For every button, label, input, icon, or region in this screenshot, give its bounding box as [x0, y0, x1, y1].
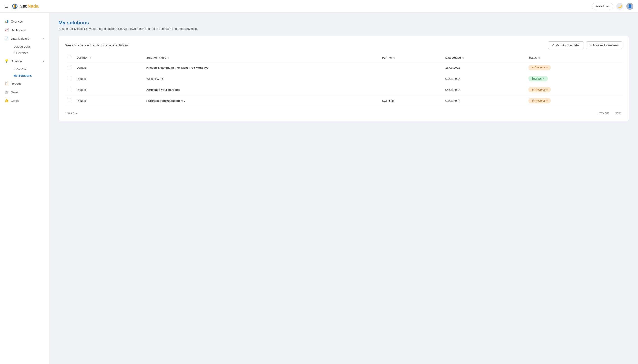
sidebar-item-label: Overview: [11, 20, 24, 23]
news-icon: 📰: [4, 90, 8, 94]
mark-completed-label: Mark As Completed: [556, 44, 580, 47]
topnav-right: Invite User 🌙 👤: [592, 3, 634, 10]
next-button[interactable]: Next: [613, 110, 622, 116]
sort-arrow-status: ⇅: [538, 56, 540, 59]
offset-icon: 🔔: [4, 99, 8, 103]
row-checkbox-1[interactable]: [68, 76, 71, 80]
th-date-added[interactable]: Date Added ⇅: [443, 54, 526, 62]
partner-col-label: Partner: [382, 56, 392, 59]
row-status-0: In-Progress ≡: [526, 62, 622, 73]
row-status-2: In-Progress ≡: [526, 84, 622, 95]
card-header-text: See and change the status of your soluti…: [65, 44, 130, 47]
row-checkbox-0[interactable]: [68, 66, 71, 69]
mark-as-completed-button[interactable]: ✓ Mark As Completed: [548, 42, 584, 49]
row-date-3: 03/08/2022: [443, 95, 526, 106]
sidebar-sub-item-all-invoices[interactable]: All Invoices: [11, 50, 49, 56]
sidebar-sub-item-upload-data[interactable]: Upload Data: [11, 43, 49, 50]
main-content: My solutions Sustainability is just a wo…: [50, 12, 638, 364]
sidebar-item-data-uploader[interactable]: 📄 Data Uploader ▲: [0, 34, 49, 43]
page-subtitle: Sustainability is just a word, it needs …: [58, 27, 629, 30]
row-checkbox-cell-2: [65, 84, 74, 95]
sidebar-sub-data-uploader: Upload Data All Invoices: [0, 43, 49, 57]
th-checkbox: [65, 54, 74, 62]
sidebar-item-reports[interactable]: 📋 Reports: [0, 79, 49, 88]
row-partner-0: [380, 62, 443, 73]
row-status-3: In-Progress ≡: [526, 95, 622, 106]
hamburger-icon[interactable]: ☰: [4, 4, 8, 9]
card-header-actions: ✓ Mark As Completed ≡ Mark As In-Progres…: [548, 42, 622, 49]
sidebar-sub-item-browse-all[interactable]: Browse All: [11, 66, 49, 72]
status-badge: Success ✓: [528, 76, 548, 81]
row-status-1: Success ✓: [526, 73, 622, 84]
row-location-1: Default: [74, 73, 144, 84]
topnav: ☰ NetNada Invite User 🌙 👤: [0, 0, 638, 12]
th-partner[interactable]: Partner ⇅: [380, 54, 443, 62]
row-date-2: 04/08/2022: [443, 84, 526, 95]
solutions-table: Location ⇅ Solution Name ⇅ Partner ⇅ D: [65, 54, 622, 106]
solution-name-col-label: Solution Name: [146, 56, 166, 59]
lines-icon: ≡: [590, 44, 592, 47]
row-location-2: Default: [74, 84, 144, 95]
logo[interactable]: NetNada: [11, 3, 38, 10]
th-solution-name[interactable]: Solution Name ⇅: [144, 54, 380, 62]
row-location-0: Default: [74, 62, 144, 73]
solutions-icon: 💡: [4, 59, 8, 63]
sidebar-item-solutions[interactable]: 💡 Solutions ▲: [0, 57, 49, 65]
sidebar-item-dashboard[interactable]: 📈 Dashboard: [0, 26, 49, 34]
sidebar-item-offset[interactable]: 🔔 Offset: [0, 96, 49, 105]
row-checkbox-cell-0: [65, 62, 74, 73]
select-all-checkbox[interactable]: [68, 56, 71, 59]
row-solution-name-1: Walk to work: [144, 73, 380, 84]
row-date-1: 03/08/2022: [443, 73, 526, 84]
sidebar-item-label: News: [11, 90, 18, 94]
pagination-info: 1 to 4 of 4: [65, 112, 78, 115]
sidebar-sub-solutions: Browse All My Solutions: [0, 65, 49, 79]
row-date-0: 15/08/2022: [443, 62, 526, 73]
check-icon: ✓: [552, 44, 554, 47]
layout: 📊 Overview 📈 Dashboard 📄 Data Uploader ▲…: [0, 12, 638, 364]
row-partner-1: [380, 73, 443, 84]
dark-mode-toggle[interactable]: 🌙: [616, 3, 623, 10]
sort-arrow-date: ⇅: [462, 56, 464, 59]
status-col-label: Status: [528, 56, 537, 59]
table-row: DefaultKick off a campaign like 'Meat Fr…: [65, 62, 622, 73]
avatar[interactable]: 👤: [626, 3, 634, 10]
status-badge: In-Progress ≡: [528, 98, 551, 104]
row-location-3: Default: [74, 95, 144, 106]
pagination-row: 1 to 4 of 4 Previous Next: [65, 110, 622, 116]
sidebar-item-news[interactable]: 📰 News: [0, 88, 49, 96]
row-checkbox-2[interactable]: [68, 88, 71, 91]
sidebar-item-overview[interactable]: 📊 Overview: [0, 17, 49, 26]
chevron-up-icon-solutions: ▲: [42, 60, 45, 62]
mark-as-inprogress-button[interactable]: ≡ Mark As In-Progress: [586, 42, 622, 49]
sidebar-item-label: Dashboard: [11, 28, 26, 32]
table-row: DefaultPurchase renewable energySwitchdi…: [65, 95, 622, 106]
date-added-col-label: Date Added: [446, 56, 461, 59]
overview-icon: 📊: [4, 19, 8, 24]
row-solution-name-3: Purchase renewable energy: [144, 95, 380, 106]
sort-arrow-location: ⇅: [90, 56, 92, 59]
pagination-buttons: Previous Next: [596, 110, 622, 116]
dashboard-icon: 📈: [4, 28, 8, 32]
sidebar: 📊 Overview 📈 Dashboard 📄 Data Uploader ▲…: [0, 12, 50, 364]
row-checkbox-cell-1: [65, 73, 74, 84]
invite-user-button[interactable]: Invite User: [592, 3, 613, 10]
logo-icon: [11, 3, 18, 10]
row-partner-3: Switchdin: [380, 95, 443, 106]
mark-inprogress-label: Mark As In-Progress: [593, 44, 619, 47]
reports-icon: 📋: [4, 82, 8, 86]
row-partner-2: [380, 84, 443, 95]
sidebar-item-label: Data Uploader: [11, 37, 30, 40]
status-badge: In-Progress ≡: [528, 87, 551, 92]
logo-text-nada: Nada: [28, 4, 38, 9]
logo-text-net: Net: [19, 4, 26, 9]
location-col-label: Location: [76, 56, 88, 59]
th-location[interactable]: Location ⇅: [74, 54, 144, 62]
chevron-up-icon: ▲: [42, 37, 45, 40]
row-checkbox-3[interactable]: [68, 99, 71, 102]
page-title: My solutions: [58, 20, 629, 26]
sidebar-sub-item-my-solutions[interactable]: My Solutions: [11, 72, 49, 79]
th-status[interactable]: Status ⇅: [526, 54, 622, 62]
row-checkbox-cell-3: [65, 95, 74, 106]
previous-button[interactable]: Previous: [596, 110, 611, 116]
